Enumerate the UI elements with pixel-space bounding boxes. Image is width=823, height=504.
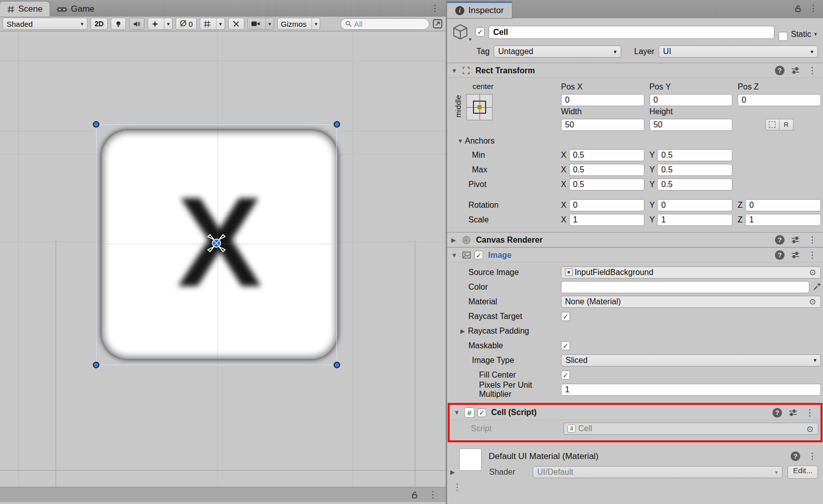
foldout-icon[interactable]: ▼: [454, 409, 461, 416]
scene-tools-button[interactable]: [228, 18, 244, 30]
move-gizmo[interactable]: [203, 230, 230, 256]
script-field[interactable]: # Cell ⊙: [564, 423, 818, 435]
anchor-preset-button[interactable]: [466, 94, 493, 120]
scene-search-input[interactable]: [354, 20, 415, 28]
material-field[interactable]: None (Material) ⊙: [561, 296, 821, 308]
blueprint-mode-button[interactable]: [765, 119, 779, 130]
shader-dropdown[interactable]: UI/Default ▾: [533, 466, 783, 478]
canvas-renderer-header[interactable]: ▶ Canvas Renderer ? ⋮: [447, 232, 823, 247]
grid-visibility-button[interactable]: ▾: [200, 18, 225, 30]
static-dropdown-icon[interactable]: ▾: [814, 31, 817, 37]
rect-handle-bottom-left[interactable]: [93, 362, 100, 369]
pivot-x-field[interactable]: 0.5: [569, 178, 644, 191]
anchors-foldout-icon[interactable]: ▼: [457, 138, 465, 145]
object-picker-icon[interactable]: ⊙: [809, 267, 817, 277]
gameobject-name-input[interactable]: [489, 26, 774, 39]
scale-y-field[interactable]: 1: [657, 214, 732, 226]
source-image-field[interactable]: InputFieldBackground ⊙: [561, 266, 821, 279]
scene-audio-button[interactable]: [129, 18, 145, 30]
scene-camera-button[interactable]: ▾: [247, 18, 275, 30]
image-type-dropdown[interactable]: Sliced ▾: [561, 354, 821, 366]
width-field[interactable]: 50: [561, 119, 644, 131]
image-header[interactable]: ▼ ✓ Image ? ⋮: [447, 247, 823, 262]
camera-dropdown[interactable]: ▾: [266, 18, 274, 29]
component-menu-icon[interactable]: ⋮: [806, 236, 818, 244]
anchor-min-y-field[interactable]: 0.5: [657, 149, 732, 161]
material-thumbnail[interactable]: [459, 448, 482, 471]
object-picker-icon[interactable]: ⊙: [809, 297, 817, 306]
foldout-icon[interactable]: ▶: [451, 237, 459, 244]
raycast-padding-foldout-icon[interactable]: ▶: [460, 328, 468, 335]
rect-handle-top-left[interactable]: [93, 121, 100, 128]
draw-mode-dropdown[interactable]: Shaded ▾: [3, 18, 88, 30]
rotation-y-field[interactable]: 0: [657, 199, 732, 211]
material-menu-icon[interactable]: ⋮: [806, 452, 818, 461]
gizmos-button[interactable]: Gizmos ▾: [277, 18, 320, 30]
scene-effects-button[interactable]: ▾: [148, 18, 173, 30]
height-field[interactable]: 50: [649, 119, 733, 131]
tag-dropdown[interactable]: Untagged ▾: [494, 45, 621, 58]
fill-center-checkbox[interactable]: ✓: [561, 371, 570, 380]
cell-script-header[interactable]: ▼ # ✓ Cell (Script) ? ⋮: [450, 405, 820, 420]
scene-lighting-button[interactable]: [111, 18, 126, 30]
rotation-x-field[interactable]: 0: [569, 199, 644, 211]
material-foldout-icon[interactable]: ▶: [450, 469, 458, 476]
image-enabled-checkbox[interactable]: ✓: [474, 251, 483, 259]
layer-dropdown[interactable]: UI ▾: [659, 45, 818, 58]
presets-icon[interactable]: [789, 408, 797, 417]
object-picker-icon[interactable]: ⊙: [807, 424, 814, 434]
bottombar-menu-icon[interactable]: ⋮: [427, 490, 439, 499]
static-checkbox[interactable]: [778, 32, 788, 41]
ppu-field[interactable]: 1: [561, 384, 821, 396]
pos-z-field[interactable]: 0: [738, 94, 821, 106]
rect-handle-top-right[interactable]: [334, 121, 340, 128]
raw-edit-button[interactable]: R: [779, 119, 794, 130]
rotation-z-field[interactable]: 0: [745, 199, 821, 211]
active-checkbox[interactable]: ✓: [475, 27, 485, 36]
presets-icon[interactable]: [791, 66, 800, 75]
effects-dropdown[interactable]: ▾: [164, 18, 172, 29]
help-icon[interactable]: ?: [772, 408, 782, 418]
component-menu-icon[interactable]: ⋮: [806, 251, 818, 259]
scale-z-field[interactable]: 1: [745, 214, 821, 226]
presets-icon[interactable]: [791, 236, 800, 244]
preview-drag-handle-icon[interactable]: ⋮: [451, 482, 463, 492]
help-icon[interactable]: ?: [791, 451, 800, 461]
cell-script-enabled-checkbox[interactable]: ✓: [478, 408, 486, 417]
foldout-icon[interactable]: ▼: [451, 67, 459, 74]
tab-inspector[interactable]: i Inspector: [447, 2, 512, 18]
pivot-y-field[interactable]: 0.5: [657, 178, 732, 191]
help-icon[interactable]: ?: [775, 66, 785, 75]
shader-edit-button[interactable]: Edit...: [788, 466, 818, 479]
tab-scene[interactable]: Scene: [0, 2, 50, 17]
grid-dropdown[interactable]: ▾: [216, 18, 225, 29]
gameobject-cube-icon[interactable]: ▾: [451, 23, 471, 42]
scale-x-field[interactable]: 1: [569, 214, 644, 226]
anchor-max-y-field[interactable]: 0.5: [657, 164, 732, 176]
maximize-icon[interactable]: [432, 18, 443, 29]
scene-viewport[interactable]: X: [0, 31, 446, 487]
toggle-2d-button[interactable]: 2D: [91, 18, 108, 30]
rect-handle-bottom-right[interactable]: [334, 362, 340, 369]
presets-icon[interactable]: [791, 251, 800, 259]
raycast-target-checkbox[interactable]: ✓: [561, 312, 570, 321]
scene-tab-menu-icon[interactable]: ⋮: [429, 4, 441, 13]
help-icon[interactable]: ?: [775, 235, 785, 245]
component-menu-icon[interactable]: ⋮: [804, 408, 815, 417]
lock-icon[interactable]: [410, 490, 419, 499]
component-menu-icon[interactable]: ⋮: [806, 66, 818, 75]
anchor-max-x-field[interactable]: 0.5: [569, 164, 644, 176]
eyedropper-icon[interactable]: [812, 283, 821, 291]
scene-search-field[interactable]: [340, 18, 429, 30]
inspector-menu-icon[interactable]: ⋮: [807, 4, 819, 13]
pos-y-field[interactable]: 0: [649, 94, 733, 106]
help-icon[interactable]: ?: [775, 250, 785, 260]
anchor-min-x-field[interactable]: 0.5: [569, 149, 644, 161]
tab-game[interactable]: Game: [50, 2, 101, 17]
foldout-icon[interactable]: ▼: [451, 252, 459, 259]
gizmos-dropdown[interactable]: ▾: [312, 18, 320, 29]
scene-visibility-toggle[interactable]: Ø 0: [176, 18, 197, 30]
color-swatch[interactable]: [561, 281, 809, 293]
lock-icon[interactable]: [794, 4, 802, 13]
maskable-checkbox[interactable]: ✓: [561, 341, 570, 350]
